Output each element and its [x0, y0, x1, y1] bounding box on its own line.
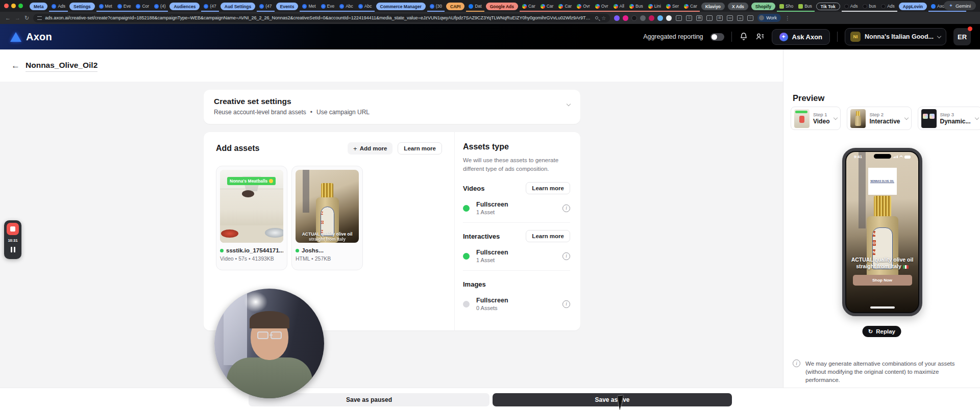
browser-tab[interactable]: CAPI × — [446, 3, 464, 10]
extension-icon[interactable] — [614, 15, 620, 21]
browser-tab[interactable]: All × — [611, 2, 627, 12]
asset-card-html[interactable]: NON ACTUAL quality olive oil straight fr… — [291, 166, 363, 270]
browser-tab[interactable]: Abc × — [337, 2, 356, 12]
preview-step-selector[interactable]: Step 1 Video — [791, 107, 841, 130]
browser-tab[interactable]: Met × — [96, 2, 115, 12]
browser-tab[interactable]: Car × — [556, 2, 574, 12]
forward-icon[interactable]: → — [15, 15, 20, 21]
print-icon[interactable]: ▤ — [696, 15, 702, 21]
back-button[interactable]: ← — [11, 61, 20, 71]
browser-tab[interactable]: Eve × — [115, 2, 134, 12]
browser-tab[interactable]: Cor × — [133, 2, 152, 12]
browser-tab[interactable]: X Ads × — [728, 3, 748, 10]
zoom-page-icon[interactable] — [595, 16, 598, 19]
wallet-icon[interactable]: ▭ — [727, 15, 733, 21]
browser-tab[interactable]: (4) × — [152, 2, 168, 12]
extension-icon[interactable] — [640, 15, 646, 21]
preview-step-selector[interactable]: Step 2 Interactive — [847, 107, 911, 130]
extension-icon[interactable] — [631, 15, 637, 21]
site-info-icon[interactable] — [37, 16, 42, 20]
ask-axon-button[interactable]: ✦ Ask Axon — [772, 29, 830, 45]
browser-tab[interactable]: Sho × — [777, 2, 796, 12]
learn-more-button[interactable]: Learn more — [398, 142, 442, 155]
minimize-window-button[interactable] — [11, 4, 16, 8]
extension-icon[interactable] — [666, 15, 672, 21]
passwords-icon[interactable]: ⚿ — [686, 15, 692, 21]
replay-button[interactable]: ↻ Replay — [862, 326, 901, 337]
account-dropdown[interactable]: NI Nonna's Italian Good... — [845, 28, 946, 45]
chevron-down-icon[interactable] — [834, 115, 838, 119]
extension-icon[interactable] — [657, 15, 663, 21]
axon-logo[interactable]: Axon — [10, 31, 52, 43]
stop-recording-button[interactable] — [7, 223, 19, 235]
browser-tab[interactable]: Meta × — [30, 3, 47, 10]
browser-profile-chip[interactable]: Work — [757, 14, 781, 22]
chevron-down-icon[interactable] — [974, 115, 978, 119]
contacts-icon[interactable] — [755, 32, 765, 41]
shop-now-button[interactable]: Shop Now — [853, 275, 912, 286]
browser-tab[interactable]: (47 × — [257, 2, 274, 12]
browser-tab[interactable]: Bus × — [627, 2, 646, 12]
chevron-down-icon[interactable] — [904, 115, 908, 119]
url-text[interactable]: ads.axon.ai/creative-set/create?campaign… — [45, 15, 592, 20]
learn-more-button[interactable]: Learn more — [526, 182, 570, 194]
extension-icon[interactable] — [649, 15, 654, 21]
browser-tab[interactable]: (47 × — [201, 2, 218, 12]
bookmark-star-icon[interactable]: ☆ — [601, 15, 606, 21]
browser-tab[interactable]: Ovr × — [593, 2, 611, 12]
pause-recording-button[interactable] — [11, 247, 15, 252]
browser-tab[interactable]: Dat × — [466, 2, 484, 12]
url-bar[interactable]: ads.axon.ai/creative-set/create?campaign… — [33, 14, 610, 22]
reload-icon[interactable]: ↻ — [24, 15, 29, 21]
browser-tab[interactable]: (30 × — [427, 2, 445, 12]
asset-card-video[interactable]: Nonna's Meatballs ssstik.io_17544171... … — [216, 166, 287, 270]
browser-tab[interactable]: Car × — [681, 2, 700, 12]
browser-tab[interactable]: AppLovin × — [899, 3, 927, 10]
browser-tab[interactable]: Klaviyo × — [701, 3, 725, 10]
browser-tab[interactable]: Ads × — [878, 2, 897, 12]
preview-step-selector[interactable]: Step 3 Dynamic... — [918, 107, 980, 130]
browser-tab[interactable]: Commerce Manager × — [376, 3, 426, 10]
browser-tab[interactable]: Lini × — [646, 2, 664, 12]
extension-icon[interactable] — [623, 15, 628, 21]
link-icon[interactable]: ∞ — [737, 15, 743, 21]
browser-tab[interactable]: Events × — [276, 3, 299, 10]
gemini-button[interactable]: ✦ Gemini — [944, 1, 976, 10]
browser-tab[interactable]: Settings × — [69, 3, 95, 10]
back-icon[interactable]: ← — [5, 15, 11, 21]
browser-tab[interactable]: Ser × — [664, 2, 681, 12]
browser-tab[interactable]: Abc × — [356, 2, 375, 12]
browser-tab[interactable]: Ads × — [49, 2, 68, 12]
window-controls[interactable] — [4, 4, 23, 8]
aggregated-reporting-toggle[interactable] — [710, 33, 724, 41]
learn-more-button[interactable]: Learn more — [526, 230, 570, 242]
browser-menu-icon[interactable]: ⋮ — [785, 15, 790, 21]
browser-tab[interactable]: Eve × — [318, 2, 337, 12]
info-icon[interactable] — [562, 252, 570, 260]
info-icon[interactable] — [562, 204, 570, 212]
browser-tab[interactable]: Ovr × — [574, 2, 593, 12]
download-icon[interactable]: ↓ — [706, 15, 713, 21]
browser-tab[interactable]: Car × — [538, 2, 556, 12]
sheets-icon[interactable]: ⊞ — [717, 15, 723, 21]
browser-tab[interactable]: Audiences × — [169, 3, 200, 10]
page-title[interactable]: Nonnas_Olive_Oil2 — [26, 61, 97, 72]
bookmarks-icon[interactable]: ☆ — [747, 15, 753, 21]
user-avatar[interactable]: ER — [953, 28, 971, 45]
browser-tab[interactable]: Bus × — [796, 2, 815, 12]
save-as-live-button[interactable]: Save as live — [493, 393, 732, 406]
browser-tab[interactable]: Ads × — [842, 2, 861, 12]
zoom-window-button[interactable] — [18, 4, 23, 8]
browser-tab[interactable]: Shopify × — [751, 3, 775, 10]
notifications-bell-icon[interactable] — [739, 32, 748, 41]
add-more-button[interactable]: +Add more — [348, 142, 393, 155]
browser-tab[interactable]: Google Ads × — [486, 3, 518, 10]
browser-tab[interactable]: Aud Settings × — [220, 3, 255, 10]
browser-tab[interactable]: Tik Tok × — [816, 3, 840, 10]
info-icon[interactable] — [562, 300, 570, 308]
find-icon[interactable]: ⌕ — [676, 15, 682, 21]
browser-tab[interactable]: Car × — [520, 2, 538, 12]
browser-tab[interactable]: bus × — [860, 2, 878, 12]
close-window-button[interactable] — [4, 4, 9, 8]
creative-set-settings-card[interactable]: Creative set settings Reuse account-leve… — [204, 90, 580, 124]
